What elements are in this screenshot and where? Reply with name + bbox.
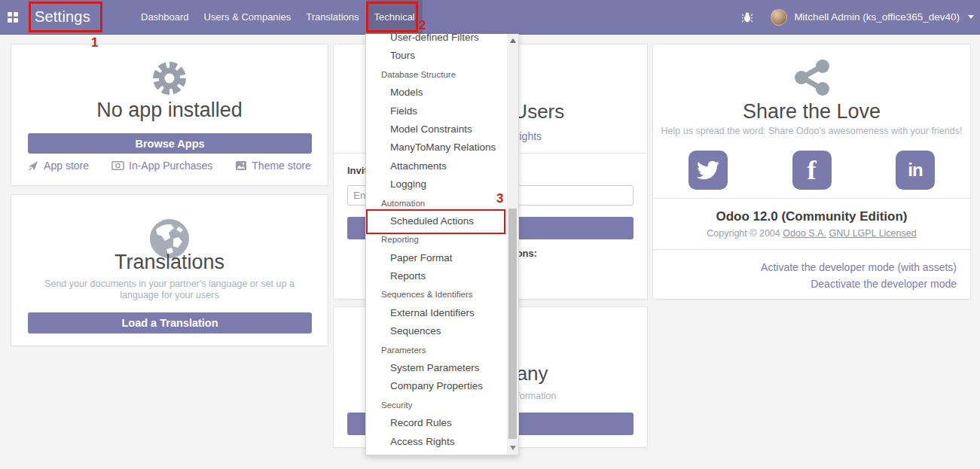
chevron-down-icon[interactable]	[968, 15, 974, 19]
theme-store-link[interactable]: Theme store	[235, 160, 311, 172]
app-store-label: App store	[44, 160, 89, 172]
top-navbar: Settings Dashboard Users & Companies Tra…	[0, 0, 980, 35]
money-icon	[111, 160, 124, 171]
translations-card-subtitle: Send your documents in your partner's la…	[11, 279, 328, 301]
odoo-sa-link[interactable]: Odoo S.A.	[783, 228, 826, 239]
odoo-version: Odoo 12.0 (Community Edition)	[653, 209, 970, 224]
scrollbar-down-arrow[interactable]	[507, 443, 518, 453]
apps-card-title: No app installed	[11, 99, 328, 121]
menu-item-tours[interactable]: Tours	[366, 47, 507, 65]
menu-section-parameters: Parameters	[366, 341, 507, 359]
copyright-text: Copyright © 2004	[707, 228, 780, 239]
nav-item-translations[interactable]: Translations	[298, 0, 366, 34]
menu-section-database-structure: Database Structure	[366, 65, 507, 84]
menu-item-access-rights[interactable]: Access Rights	[366, 433, 507, 451]
facebook-button[interactable]: f	[792, 151, 832, 190]
grid-square	[8, 12, 12, 17]
technical-menu-list: User-defined FiltersToursDatabase Struct…	[366, 34, 507, 451]
developer-mode-links: Activate the developer mode (with assets…	[761, 259, 957, 292]
menu-item-reports[interactable]: Reports	[366, 267, 507, 285]
share-card-title: Share the Love	[653, 100, 970, 123]
menu-item-paper-format[interactable]: Paper Format	[366, 249, 507, 267]
odoo-settings-screen: Settings Dashboard Users & Companies Tra…	[0, 0, 980, 469]
image-icon	[235, 160, 247, 171]
nav-item-users-companies[interactable]: Users & Companies	[197, 0, 299, 34]
bug-icon[interactable]	[741, 11, 753, 23]
navbar-right: Mitchell Admin (ks_office365_dev40)	[741, 0, 974, 34]
triangle-down-icon	[510, 446, 516, 450]
annotation-number-3: 3	[496, 191, 503, 206]
triangle-up-icon	[510, 38, 516, 43]
share-icon	[653, 59, 970, 96]
social-buttons-row: f in	[653, 151, 970, 190]
translations-card-title: Translations	[11, 251, 328, 273]
menu-section-automation: Automation	[366, 194, 507, 212]
annotation-number-2: 2	[419, 18, 426, 33]
apps-card: No app installed Browse Apps App store I…	[11, 44, 328, 186]
activate-dev-mode-link[interactable]: Activate the developer mode (with assets…	[761, 259, 957, 276]
lgpl-license-link[interactable]: GNU LGPL Licensed	[829, 228, 916, 239]
menu-item-sequences[interactable]: Sequences	[366, 322, 507, 340]
rocket-icon	[28, 160, 39, 172]
menu-item-system-parameters[interactable]: System Parameters	[366, 359, 507, 377]
nav-item-technical[interactable]: Technical	[367, 0, 423, 34]
app-store-link[interactable]: App store	[28, 160, 89, 172]
menu-item-external-identifiers[interactable]: External Identifiers	[366, 304, 507, 322]
linkedin-icon: in	[908, 160, 922, 181]
menu-item-scheduled-actions[interactable]: Scheduled Actions	[366, 212, 507, 230]
menu-item-logging[interactable]: Logging	[366, 175, 507, 193]
technical-dropdown-menu: User-defined FiltersToursDatabase Struct…	[365, 34, 519, 455]
menu-item-attachments[interactable]: Attachments	[366, 157, 507, 175]
gear-icon	[11, 58, 328, 99]
store-links-row: App store In-App Purchases Theme store	[11, 160, 328, 172]
browse-apps-button[interactable]: Browse Apps	[28, 133, 312, 154]
menu-item-manytomany-relations[interactable]: ManyToMany Relations	[366, 139, 507, 157]
share-card: Share the Love Help us spread the word: …	[652, 44, 971, 300]
navbar-menu: Dashboard Users & Companies Translations…	[133, 0, 423, 34]
grid-square	[8, 18, 12, 23]
twitter-button[interactable]	[688, 151, 728, 190]
deactivate-dev-mode-link[interactable]: Deactivate the developer mode	[761, 276, 957, 292]
menu-scrollbar[interactable]	[507, 34, 518, 455]
load-translation-button[interactable]: Load a Translation	[28, 312, 312, 333]
menu-item-record-rules[interactable]: Record Rules	[366, 414, 507, 432]
menu-item-fields[interactable]: Fields	[366, 102, 507, 120]
user-menu[interactable]: Mitchell Admin (ks_office365_dev40)	[794, 11, 960, 23]
in-app-purchases-label: In-App Purchases	[129, 160, 212, 172]
user-avatar[interactable]	[771, 9, 787, 26]
menu-section-reporting: Reporting	[366, 230, 507, 248]
menu-section-security: Security	[366, 396, 507, 414]
in-app-purchases-link[interactable]: In-App Purchases	[111, 160, 212, 172]
annotation-number-1: 1	[91, 35, 98, 50]
grid-square	[14, 18, 18, 23]
grid-square	[14, 12, 18, 17]
linkedin-button[interactable]: in	[896, 151, 935, 190]
twitter-icon	[697, 159, 719, 181]
share-card-subtitle: Help us spread the word: Share Odoo's aw…	[653, 126, 970, 137]
theme-store-label: Theme store	[252, 160, 311, 172]
nav-item-dashboard[interactable]: Dashboard	[133, 0, 197, 34]
scrollbar-thumb[interactable]	[508, 209, 517, 439]
menu-item-user-defined-filters[interactable]: User-defined Filters	[366, 34, 507, 47]
menu-item-models[interactable]: Models	[366, 84, 507, 102]
scrollbar-up-arrow[interactable]	[507, 35, 518, 46]
translations-card: Translations Send your documents in your…	[11, 194, 328, 346]
card-divider	[653, 198, 970, 199]
menu-item-company-properties[interactable]: Company Properties	[366, 377, 507, 395]
menu-item-model-constraints[interactable]: Model Constraints	[366, 120, 507, 139]
apps-menu-icon[interactable]	[8, 12, 18, 23]
copyright-line: Copyright © 2004 Odoo S.A. GNU LGPL Lice…	[653, 228, 970, 239]
app-name-settings[interactable]: Settings	[35, 0, 90, 34]
menu-section-sequences-identifiers: Sequences & Identifiers	[366, 285, 507, 303]
card-divider	[653, 249, 970, 250]
facebook-icon: f	[808, 151, 817, 190]
